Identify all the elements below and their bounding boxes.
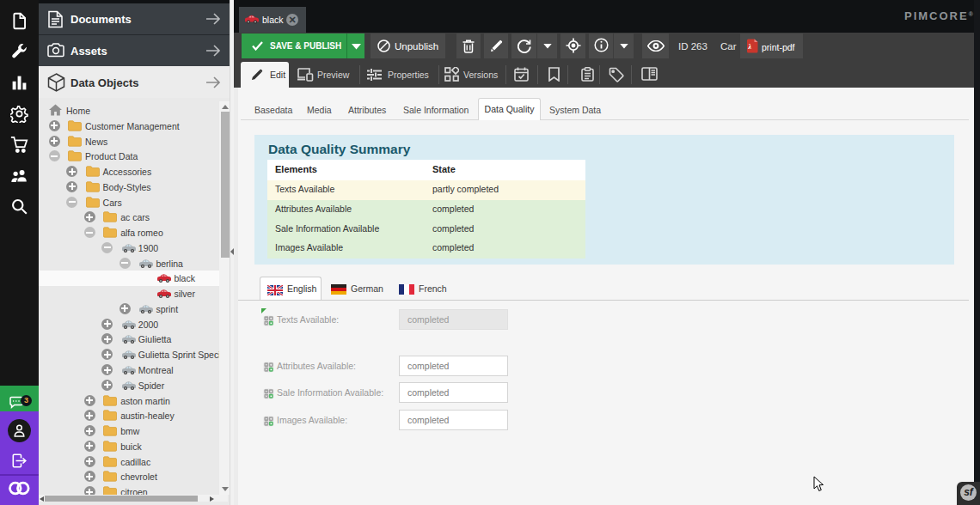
- svg-text:λ: λ: [748, 43, 752, 51]
